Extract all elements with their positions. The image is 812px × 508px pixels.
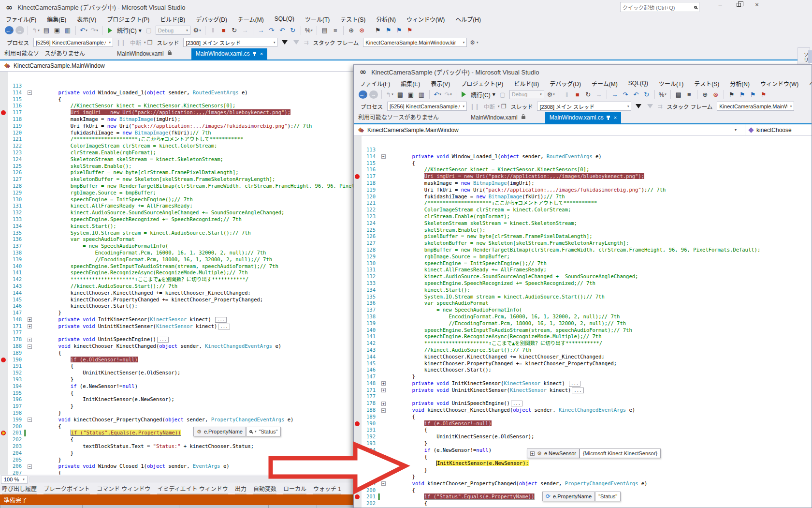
fold-margin[interactable] — [380, 260, 388, 267]
gutter[interactable] — [0, 109, 8, 116]
bookmark-icon[interactable]: ⚑ — [727, 90, 736, 99]
code-line-193[interactable]: 193 } — [354, 440, 812, 447]
code-line-124[interactable]: 124 SkeletonStream skelStream = kinect.S… — [354, 220, 812, 227]
fold-margin[interactable] — [380, 307, 388, 314]
gutter[interactable] — [0, 136, 8, 143]
chevron-down-icon[interactable]: ▾ — [255, 430, 257, 433]
gutter[interactable] — [0, 336, 8, 343]
fold-margin[interactable] — [26, 269, 34, 276]
gutter[interactable] — [354, 467, 362, 474]
code-line-116[interactable]: 116 //KinectSensor kinect = KinectSensor… — [354, 166, 812, 173]
menu-item[interactable]: SQL(Q) — [628, 80, 648, 87]
tab-利用可能なソースがありません[interactable]: 利用可能なソースがありません — [0, 47, 89, 60]
code-line-190[interactable]: 190 if (e.OldSensor!=null) — [354, 420, 812, 427]
gutter[interactable] — [0, 156, 8, 163]
code-text[interactable]: Uri imgUri = new Uri("pack://application… — [388, 173, 812, 180]
stop-icon[interactable]: ■ — [219, 26, 228, 35]
fold-margin[interactable]: − — [380, 153, 388, 160]
gutter[interactable] — [354, 260, 362, 267]
code-line-132[interactable]: 132 kinect.AudioSource.SoundSourceAngleC… — [354, 273, 812, 280]
code-text[interactable]: } — [388, 474, 812, 480]
gutter[interactable] — [0, 297, 8, 303]
code-line-178[interactable]: 178+ private void UniniSpeechEngine()... — [354, 400, 812, 407]
fold-margin[interactable] — [26, 163, 34, 170]
fold-margin[interactable] — [380, 420, 388, 427]
gutter[interactable] — [0, 470, 8, 475]
gutter[interactable] — [354, 153, 362, 160]
chevron-down-icon[interactable]: ▾ — [311, 29, 313, 32]
gutter[interactable] — [0, 376, 8, 383]
gutter[interactable] — [0, 323, 8, 330]
fold-margin[interactable] — [26, 83, 34, 90]
code-text[interactable]: Uri fkUri = new Uri("pack://application:… — [388, 187, 812, 194]
code-text[interactable]: skelStream.Enable(); — [388, 227, 812, 234]
pause-icon[interactable]: ‖ — [563, 90, 571, 99]
add-comment-icon[interactable]: ⊕ — [701, 90, 710, 99]
code-line-118[interactable]: 118 maskImage = new BitmapImage(imgUri); — [354, 180, 812, 187]
code-text[interactable]: = new SpeechAudioFormatInfo( — [388, 307, 812, 314]
save-all-icon[interactable]: ▥ — [63, 26, 72, 35]
restart-icon[interactable]: ↻ — [584, 90, 593, 99]
code-text[interactable] — [388, 147, 812, 153]
fold-expand-icon[interactable]: + — [381, 381, 386, 386]
fold-margin[interactable] — [380, 187, 388, 194]
gutter[interactable] — [0, 396, 8, 403]
breakpoints-window-icon[interactable]: ▤ — [674, 90, 683, 99]
chevron-down-icon[interactable]: ▾ — [665, 92, 667, 96]
code-text[interactable]: *********************↑ここまで▲を別関数？に切り出す***… — [388, 340, 812, 347]
datatip-newsensor[interactable]: + ⚙ e.NewSensor {Microsoft.Kinect.Kinect… — [527, 448, 661, 458]
gutter[interactable] — [354, 247, 362, 254]
gutter[interactable] — [0, 123, 8, 130]
nav-menu-icon[interactable]: ↰▾ — [31, 26, 40, 35]
gutter[interactable] — [0, 176, 8, 183]
quick-launch-input[interactable]: クイック起動 (Ctrl+Q) — [620, 2, 699, 12]
code-line-141[interactable]: 141 speechEngine.RecognizeAsync(Recogniz… — [354, 333, 812, 340]
fold-margin[interactable] — [380, 147, 388, 153]
gutter[interactable] — [354, 460, 362, 467]
gutter[interactable] — [0, 163, 8, 170]
gutter[interactable] — [0, 216, 8, 223]
fold-margin[interactable]: + — [26, 323, 34, 330]
gutter[interactable] — [0, 243, 8, 250]
chevron-down-icon[interactable]: ▾ — [109, 41, 111, 45]
fold-margin[interactable] — [26, 136, 34, 143]
gutter[interactable] — [354, 233, 362, 240]
code-line-146[interactable]: 146 kinectChooser.Start(); — [354, 367, 812, 374]
fold-margin[interactable] — [380, 287, 388, 294]
gutter[interactable] — [354, 200, 362, 207]
code-text[interactable]: kinectChooser.KinectChanged += kinectCho… — [388, 354, 812, 360]
fold-margin[interactable] — [26, 190, 34, 196]
undo-icon[interactable]: ↶▾ — [433, 90, 442, 99]
gutter[interactable] — [354, 387, 362, 394]
gutter[interactable] — [0, 130, 8, 136]
undo-icon[interactable]: ↶▾ — [79, 26, 88, 35]
process-select[interactable]: [5256] KinectCameraSample.v▾ — [33, 38, 113, 47]
menu-item[interactable]: 編集(E) — [47, 15, 66, 23]
fold-collapse-icon[interactable]: − — [381, 408, 386, 413]
fold-margin[interactable] — [26, 216, 34, 223]
code-text[interactable]: InitKinectSensor(e.NewSensor); — [388, 460, 812, 467]
step-into-icon[interactable]: → — [257, 26, 265, 35]
fold-margin[interactable] — [380, 200, 388, 207]
redo-icon[interactable]: ↷▾ — [90, 26, 99, 35]
gutter[interactable] — [354, 273, 362, 280]
code-text[interactable]: maskImage = new BitmapImage(imgUri); — [388, 180, 812, 187]
code-line-139[interactable]: 139 //EncodingFormat.Pcm, 18000, 16, 1, … — [354, 320, 812, 327]
gutter[interactable] — [0, 403, 8, 410]
code-line-123[interactable]: 123 clrStream.Enable(rgbFormat); — [354, 213, 812, 220]
gutter[interactable] — [0, 149, 8, 156]
code-text[interactable]: pixelBuffer = new byte[clrStream.FramePi… — [388, 233, 812, 240]
breakpoint-icon[interactable] — [355, 174, 360, 179]
gutter[interactable] — [354, 393, 362, 400]
gutter[interactable] — [0, 230, 8, 237]
zoom-select[interactable]: 100 %▾ — [1, 476, 28, 484]
fold-margin[interactable] — [380, 213, 388, 220]
menu-item[interactable]: ビルド(B) — [160, 15, 185, 23]
menu-item[interactable]: テスト(S) — [340, 15, 365, 23]
debug-config-select[interactable]: Debug▾ — [156, 26, 190, 35]
fold-margin[interactable] — [26, 250, 34, 256]
restore-button[interactable] — [735, 1, 742, 8]
gutter[interactable] — [0, 370, 8, 376]
pin-icon[interactable] — [254, 52, 255, 56]
chevron-down-icon[interactable]: ▾ — [11, 29, 13, 32]
